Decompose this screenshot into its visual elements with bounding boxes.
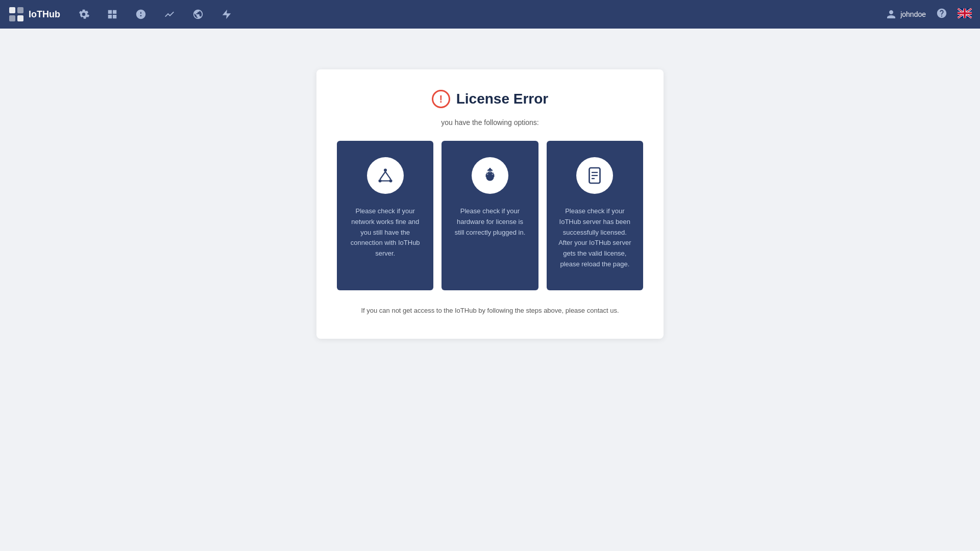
alerts-icon[interactable]: [134, 7, 148, 21]
usb-icon-wrapper: [472, 157, 508, 194]
navbar-right: johndoe: [886, 8, 972, 21]
settings-icon[interactable]: [77, 7, 91, 21]
user-icon: [886, 9, 896, 19]
license-option-text: Please check if your IoTHub server has b…: [557, 206, 633, 270]
svg-rect-1: [17, 7, 23, 13]
subtitle: you have the following options:: [337, 118, 643, 127]
license-icon: [585, 166, 604, 185]
svg-line-9: [385, 172, 391, 180]
svg-point-5: [384, 169, 387, 172]
network-icon: [376, 166, 395, 185]
option-card-network: Please check if your network works fine …: [337, 141, 433, 290]
navbar-left: IoTHub: [8, 6, 234, 22]
footer-text: If you can not get access to the IoTHub …: [337, 307, 643, 314]
logo[interactable]: IoTHub: [8, 6, 60, 22]
usb-icon: [481, 166, 499, 185]
app-name: IoTHub: [29, 9, 60, 20]
dashboard-icon[interactable]: [105, 7, 119, 21]
license-icon-wrapper: [576, 157, 613, 194]
usb-option-text: Please check if your hardware for licens…: [452, 206, 528, 238]
globe-icon[interactable]: [191, 7, 205, 21]
error-card: ! License Error you have the following o…: [316, 69, 664, 339]
options-grid: Please check if your network works fine …: [337, 141, 643, 290]
uk-flag-icon: [958, 8, 972, 18]
speed-icon[interactable]: [219, 7, 234, 21]
main-content: ! License Error you have the following o…: [0, 29, 980, 380]
svg-rect-0: [9, 7, 15, 13]
option-card-usb: Please check if your hardware for licens…: [442, 141, 538, 290]
network-icon-wrapper: [367, 157, 404, 194]
nav-icons: [77, 7, 234, 21]
svg-rect-2: [9, 15, 15, 21]
username: johndoe: [900, 10, 926, 18]
analytics-icon[interactable]: [162, 7, 177, 21]
option-card-license: Please check if your IoTHub server has b…: [547, 141, 643, 290]
svg-line-8: [380, 172, 385, 180]
user-info[interactable]: johndoe: [886, 9, 926, 19]
logo-icon: [8, 6, 24, 22]
language-flag[interactable]: [958, 8, 972, 20]
error-title-text: License Error: [456, 91, 549, 107]
network-option-text: Please check if your network works fine …: [347, 206, 423, 259]
error-icon: !: [432, 90, 450, 108]
svg-rect-3: [17, 15, 23, 21]
error-title: ! License Error: [337, 90, 643, 108]
help-icon[interactable]: [936, 8, 947, 21]
navbar: IoTHub: [0, 0, 980, 29]
